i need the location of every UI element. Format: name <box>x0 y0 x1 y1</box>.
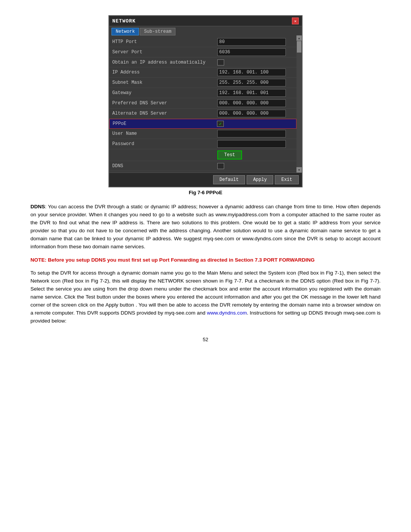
gateway-label: Gateway <box>112 90 217 96</box>
username-input[interactable] <box>217 130 286 137</box>
preferred-dns-label: Preferred DNS Server <box>112 101 217 106</box>
exit-button[interactable]: Exit <box>275 175 299 184</box>
main-text: DDNS: You can access the DVR through a s… <box>30 203 381 325</box>
obtain-ip-row: Obtain an IP address automatically <box>109 58 296 67</box>
dialog-title: NETWORK <box>112 18 136 24</box>
preferred-dns-value <box>217 99 293 107</box>
page-content: NETWORK ✕ Network Sub-stream HTTP Port <box>30 15 381 342</box>
alternate-dns-label: Alternate DNS Server <box>112 111 217 116</box>
ddns-row: DDNS <box>109 161 296 171</box>
subnet-mask-label: Subnet Mask <box>112 80 217 85</box>
test-button-container: Test <box>217 150 293 160</box>
alternate-dns-row: Alternate DNS Server <box>109 109 296 119</box>
pppoe-checkbox[interactable]: ✓ <box>217 121 224 127</box>
scroll-track <box>296 41 302 167</box>
apply-button[interactable]: Apply <box>247 175 273 184</box>
dvr-dialog-container: NETWORK ✕ Network Sub-stream HTTP Port <box>30 15 381 195</box>
test-row: Test <box>109 149 296 161</box>
password-input[interactable] <box>217 140 286 148</box>
obtain-ip-value <box>217 59 293 66</box>
paragraph-ddns: DDNS: You can access the DVR through a s… <box>30 203 381 251</box>
ddns-bold: DDNS <box>30 204 45 209</box>
gateway-value <box>217 89 293 97</box>
pppoe-label: PPPoE <box>113 121 217 126</box>
paragraph-setup: To setup the DVR for access through a dy… <box>30 269 381 325</box>
pppoe-value: ✓ <box>217 121 293 127</box>
username-value <box>217 130 293 137</box>
scrollbar: ▲ ▼ <box>296 35 302 173</box>
preferred-dns-row: Preferred DNS Server <box>109 98 296 109</box>
note-paragraph: NOTE: Before you setup DDNS you must fir… <box>30 256 381 264</box>
username-row: User Name <box>109 129 296 139</box>
subnet-mask-value <box>217 79 293 86</box>
gateway-input[interactable] <box>217 89 286 97</box>
gateway-row: Gateway <box>109 88 296 98</box>
ip-address-value <box>217 69 293 76</box>
dyndns-link: www.dyndns.com <box>207 310 247 316</box>
page-number: 52 <box>30 337 381 342</box>
obtain-ip-checkbox[interactable] <box>217 59 224 66</box>
password-row: Password <box>109 139 296 149</box>
preferred-dns-input[interactable] <box>217 99 286 107</box>
http-port-input[interactable] <box>217 38 286 46</box>
dvr-footer: Default Apply Exit <box>109 173 302 187</box>
dvr-tabs: Network Sub-stream <box>109 26 302 35</box>
subnet-mask-input[interactable] <box>217 79 286 86</box>
ip-address-label: IP Address <box>112 70 217 75</box>
tab-substream[interactable]: Sub-stream <box>140 28 175 35</box>
ip-address-row: IP Address <box>109 67 296 78</box>
fig-caption: Fig 7-6 PPPoE <box>189 190 222 195</box>
alternate-dns-input[interactable] <box>217 110 286 117</box>
dvr-body: HTTP Port Server Port Obta <box>109 35 302 173</box>
http-port-label: HTTP Port <box>112 39 217 45</box>
ddns-value <box>217 163 293 169</box>
password-value <box>217 140 293 148</box>
dvr-fields: HTTP Port Server Port Obta <box>109 35 296 173</box>
pppoe-row: PPPoE ✓ <box>109 119 296 129</box>
http-port-row: HTTP Port <box>109 37 296 47</box>
tab-network[interactable]: Network <box>112 28 139 35</box>
ip-address-input[interactable] <box>217 69 286 76</box>
obtain-ip-label: Obtain an IP address automatically <box>112 60 217 65</box>
server-port-row: Server Port <box>109 47 296 58</box>
subnet-mask-row: Subnet Mask <box>109 78 296 88</box>
test-button[interactable]: Test <box>217 150 242 160</box>
http-port-value <box>217 38 293 46</box>
scroll-thumb[interactable] <box>297 41 301 53</box>
dvr-dialog: NETWORK ✕ Network Sub-stream HTTP Port <box>108 15 303 187</box>
username-label: User Name <box>112 131 217 136</box>
server-port-value <box>217 48 293 56</box>
scroll-up-button[interactable]: ▲ <box>296 35 302 41</box>
ddns-checkbox[interactable] <box>217 163 224 169</box>
ddns-text: : You can access the DVR through a stati… <box>30 204 381 249</box>
dvr-titlebar: NETWORK ✕ <box>109 16 302 26</box>
server-port-label: Server Port <box>112 50 217 55</box>
close-button[interactable]: ✕ <box>292 18 299 24</box>
scroll-down-button[interactable]: ▼ <box>296 167 302 173</box>
ddns-label: DDNS <box>112 163 217 169</box>
password-label: Password <box>112 141 217 147</box>
server-port-input[interactable] <box>217 48 286 56</box>
default-button[interactable]: Default <box>213 175 245 184</box>
alternate-dns-value <box>217 110 293 117</box>
